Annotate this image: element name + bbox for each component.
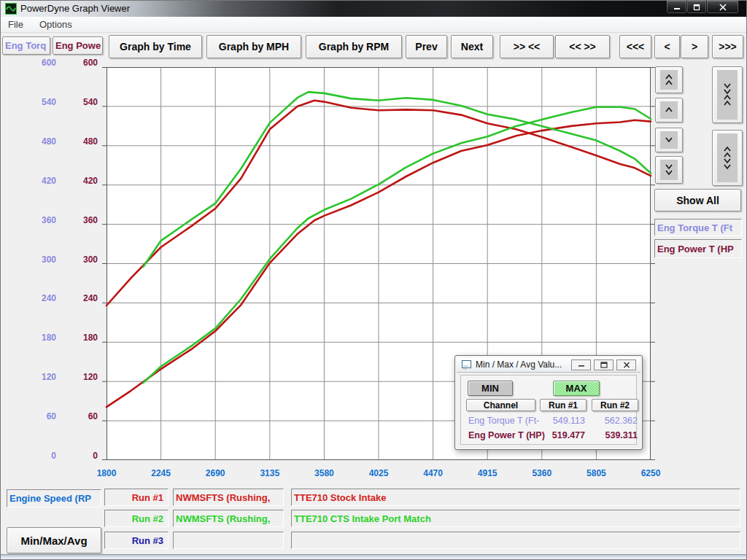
scroll-left-button[interactable]: < <box>654 35 680 58</box>
torque-axis-tick: 0 <box>9 451 56 461</box>
run2-label: Run #2 <box>104 510 169 527</box>
torque-run2-max: 562.362 <box>592 416 638 426</box>
collapse-vertical-icon <box>717 70 738 120</box>
power-channel-button[interactable]: Eng Powe <box>53 36 103 55</box>
rpm-axis-tick: 4025 <box>369 468 389 478</box>
powerdyne-window: PowerDyne Graph Viewer File Options Eng … <box>0 0 747 560</box>
torque-axis-tick: 120 <box>9 372 56 382</box>
power-axis-tick: 420 <box>52 176 98 186</box>
menu-bar: File Options <box>1 17 747 33</box>
torque-axis-tick: 420 <box>9 176 56 186</box>
y-axis-compress-button[interactable] <box>712 66 743 123</box>
minmaxavg-button[interactable]: Min/Max/Avg <box>7 527 101 553</box>
graph-by-rpm-button[interactable]: Graph by RPM <box>306 35 402 58</box>
channel-column-header[interactable]: Channel <box>466 399 535 411</box>
title-bar[interactable]: PowerDyne Graph Viewer <box>1 1 747 17</box>
power-axis-tick: 360 <box>52 215 98 225</box>
zoom-out-x-button[interactable]: << >> <box>555 35 610 58</box>
window-title: PowerDyne Graph Viewer <box>20 3 130 14</box>
rpm-axis-tick: 5360 <box>532 468 551 478</box>
run3-comment-field[interactable] <box>173 532 284 549</box>
rpm-axis-tick: 6250 <box>641 468 661 478</box>
x-axis-channel-button[interactable]: Engine Speed (RP <box>7 489 101 508</box>
rpm-axis-tick: 5805 <box>587 468 606 478</box>
run3-label: Run #3 <box>104 532 169 549</box>
power-run1-max: 519.477 <box>540 430 585 440</box>
next-button[interactable]: Next <box>451 35 493 58</box>
power-axis-tick: 300 <box>52 254 98 265</box>
minmax-minimize-button[interactable] <box>571 359 591 370</box>
torque-channel-button[interactable]: Eng Torq <box>2 36 50 55</box>
rpm-axis-tick: 4470 <box>423 468 443 478</box>
run3-description-field[interactable] <box>291 532 740 549</box>
prev-button[interactable]: Prev <box>406 35 447 58</box>
double-up-chevron-icon <box>660 70 678 90</box>
run1-comment-field[interactable]: NWMSFTS (Rushing, <box>173 489 284 506</box>
power-axis-tick: 60 <box>52 411 98 421</box>
maximize-button[interactable] <box>686 1 707 14</box>
max-toggle-button[interactable]: MAX <box>553 381 600 396</box>
torque-row-channel: Eng Torque T (Ft- <box>468 416 539 426</box>
power-axis-tick: 120 <box>52 372 98 382</box>
y-scale-down-button[interactable] <box>655 128 683 152</box>
torque-axis-tick: 180 <box>9 332 56 343</box>
y-scale-up-button[interactable] <box>655 98 683 122</box>
window-bottom-frame <box>1 554 747 560</box>
graph-by-mph-button[interactable]: Graph by MPH <box>206 35 301 58</box>
power-row-channel: Eng Power T (HP) <box>468 430 545 440</box>
double-down-chevron-icon <box>660 160 678 180</box>
rpm-axis-tick: 4915 <box>478 468 498 478</box>
y-scale-down-fast-button[interactable] <box>655 156 683 184</box>
torque-axis-tick: 60 <box>9 411 56 421</box>
torque-axis-tick: 540 <box>9 97 56 107</box>
menu-options[interactable]: Options <box>39 19 72 30</box>
y-scale-up-fast-button[interactable] <box>655 66 683 93</box>
zoom-in-x-button[interactable]: >> << <box>500 35 554 58</box>
run1-column-header[interactable]: Run #1 <box>540 399 587 411</box>
minmax-window-body: MIN MAX Channel Run #1 Run #2 Eng Torque… <box>460 375 637 445</box>
scroll-far-right-button[interactable]: >>> <box>712 35 743 58</box>
torque-axis-tick: 300 <box>9 254 56 265</box>
y-axis-expand-button[interactable] <box>712 130 743 186</box>
run1-description-field[interactable]: TTE710 Stock Intake <box>291 489 740 506</box>
expand-vertical-icon <box>717 133 738 182</box>
rpm-axis-tick: 2245 <box>151 468 171 478</box>
min-toggle-button[interactable]: MIN <box>468 381 513 396</box>
run1-label: Run #1 <box>104 489 169 506</box>
rpm-axis-tick: 3580 <box>314 468 334 478</box>
down-chevron-icon <box>660 131 678 149</box>
power-axis-tick: 540 <box>52 97 98 107</box>
minmax-maximize-button[interactable] <box>594 359 614 370</box>
rpm-axis-tick: 3135 <box>260 468 279 478</box>
power-axis-tick: 480 <box>52 136 98 147</box>
torque-run1-max: 549.113 <box>540 416 585 426</box>
power-axis-tick: 0 <box>52 451 98 461</box>
menu-file[interactable]: File <box>8 19 23 30</box>
rpm-axis-tick: 1800 <box>97 468 117 478</box>
scroll-right-button[interactable]: > <box>681 35 708 58</box>
rpm-axis-tick: 2690 <box>206 468 225 478</box>
run2-description-field[interactable]: TTE710 CTS Intake Port Match <box>291 510 740 527</box>
minmax-window-titlebar[interactable]: Min / Max / Avg Valu... <box>457 357 640 373</box>
scroll-far-left-button[interactable]: <<< <box>619 35 651 58</box>
torque-axis-tick: 480 <box>9 136 56 147</box>
power-axis-tick: 180 <box>52 332 98 343</box>
graph-by-time-button[interactable]: Graph by Time <box>109 35 202 58</box>
minmax-window-title: Min / Max / Avg Valu... <box>476 359 562 370</box>
run2-comment-field[interactable]: NWMSFTS (Rushing, <box>173 510 284 527</box>
power-run2-max: 539.311 <box>592 430 638 440</box>
minmax-values-window[interactable]: Min / Max / Avg Valu... MIN MAX Channel … <box>454 355 643 450</box>
run2-column-header[interactable]: Run #2 <box>592 399 638 411</box>
show-all-button[interactable]: Show All <box>654 189 741 211</box>
oscilloscope-icon <box>5 3 17 15</box>
torque-axis-tick: 240 <box>9 293 56 303</box>
torque-axis-tick: 360 <box>9 215 56 225</box>
minimize-button[interactable] <box>666 1 687 14</box>
power-legend[interactable]: Eng Power T (HP <box>654 239 742 258</box>
up-chevron-icon <box>660 101 678 119</box>
close-button[interactable] <box>706 1 739 14</box>
power-axis-tick: 600 <box>52 58 98 68</box>
torque-legend[interactable]: Eng Torque T (Ft <box>654 219 742 236</box>
minmax-close-button[interactable] <box>616 359 636 370</box>
document-icon <box>462 360 471 368</box>
